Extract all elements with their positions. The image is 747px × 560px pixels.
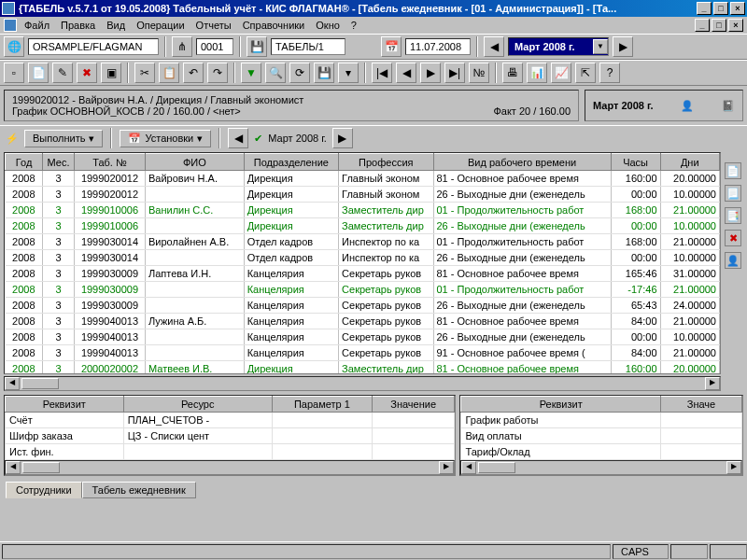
table-row[interactable]: 200831999040013КанцелярияСекретарь руков… (6, 329, 720, 345)
period-prev-button[interactable]: ◀ (484, 36, 504, 57)
cut-icon[interactable]: ✂ (134, 63, 155, 83)
person-icon[interactable]: 👤 (681, 100, 694, 112)
col-header[interactable]: Профессия (339, 154, 433, 171)
date-field[interactable]: 11.07.2008 (405, 38, 471, 55)
chevron-down-icon[interactable]: ▼ (593, 39, 608, 54)
mdi-close[interactable]: × (728, 19, 743, 32)
table-row[interactable]: 200831999010006ДирекцияЗаместитель дир26… (6, 218, 720, 234)
prev-icon[interactable]: ◀ (396, 63, 416, 83)
last-icon[interactable]: ▶| (444, 63, 465, 83)
save-icon[interactable]: 💾 (314, 63, 334, 83)
calendar-icon[interactable]: 📅 (381, 36, 402, 57)
table-row[interactable]: 200831999030014Виролайнен А.В.Отдел кадр… (6, 234, 720, 250)
table-row[interactable]: 200831999030009Лаптева И.Н.КанцелярияСек… (6, 266, 720, 282)
copy2-icon[interactable]: 📑 (725, 207, 741, 224)
next-icon[interactable]: ▶ (420, 63, 441, 83)
maximize-button[interactable]: □ (713, 2, 728, 15)
scroll-left-icon[interactable]: ◀ (5, 377, 20, 390)
table-row[interactable]: 200831999030009КанцелярияСекретарь руков… (6, 282, 720, 298)
menu-Файл[interactable]: Файл (19, 19, 55, 32)
grid-scroll[interactable]: ◀ ▶ (4, 376, 721, 391)
menu-bar: ФайлПравкаВидОперацииОтчетыСправочникиОк… (0, 17, 747, 34)
menu-Операции[interactable]: Операции (131, 19, 190, 32)
undo-icon[interactable]: ↶ (183, 63, 204, 83)
main-grid[interactable]: ГодМес.Таб. №ФИОПодразделениеПрофессияВи… (5, 153, 720, 374)
period-next-button[interactable]: ▶ (613, 36, 633, 57)
menu-Справочники[interactable]: Справочники (237, 19, 311, 32)
redo-icon[interactable]: ↷ (207, 63, 228, 83)
mdi-minimize[interactable]: _ (695, 19, 710, 32)
period-prev-small[interactable]: ◀ (228, 128, 248, 148)
panel-row[interactable]: Ист. фин. (6, 444, 455, 460)
tab-employees[interactable]: Сотрудники (6, 482, 82, 498)
tree-icon[interactable]: ⋔ (172, 36, 192, 57)
col-header[interactable]: Вид рабочего времени (433, 154, 611, 171)
copy-icon[interactable]: 📄 (28, 63, 49, 83)
menu-Правка[interactable]: Правка (55, 19, 101, 32)
first-icon[interactable]: |◀ (372, 63, 392, 83)
mdi-icon[interactable] (4, 19, 17, 32)
sheet-field[interactable]: ТАБЕЛЬ/1 (271, 38, 345, 55)
help-icon[interactable]: ? (599, 63, 620, 83)
menu-Окно[interactable]: Окно (310, 19, 345, 32)
report-icon[interactable]: 📊 (527, 63, 547, 83)
code-field[interactable]: 0001 (196, 38, 233, 55)
doc-icon[interactable]: 📄 (725, 162, 741, 179)
panel-row[interactable]: График работы (461, 413, 742, 428)
refresh-icon[interactable]: ⟳ (289, 63, 310, 83)
run-button[interactable]: Выполнить ▾ (24, 130, 103, 147)
table-row[interactable]: 200831999010006Ванилин С.С.ДирекцияЗамес… (6, 203, 720, 218)
tab-timesheet[interactable]: Табель ежедневник (82, 482, 196, 498)
menu-Отчеты[interactable]: Отчеты (190, 19, 237, 32)
col-header[interactable]: Мес. (43, 154, 75, 171)
settings-button[interactable]: 📅 Установки ▾ (120, 130, 211, 147)
view-icon[interactable]: ▣ (101, 63, 121, 83)
cancel-icon[interactable]: ✖ (725, 230, 741, 246)
period-next-small[interactable]: ▶ (332, 128, 353, 148)
table-row[interactable]: 200831999040013Лужина А.Б.КанцелярияСекр… (6, 314, 720, 329)
new-icon[interactable]: ▫ (4, 63, 24, 83)
db-field[interactable]: ORSAMPLE/FLAGMAN (28, 38, 159, 55)
mdi-maximize[interactable]: □ (712, 19, 726, 32)
col-header[interactable]: Год (6, 154, 43, 171)
minimize-button[interactable]: _ (697, 2, 712, 15)
book-icon[interactable]: 📓 (722, 100, 735, 112)
delete-icon[interactable]: ✖ (77, 63, 97, 83)
goto-icon[interactable]: № (469, 63, 489, 83)
table-row[interactable]: 200831999020012Вайрович Н.А.ДирекцияГлав… (6, 171, 720, 187)
period-combo[interactable]: Март 2008 г. ▼ (508, 37, 609, 56)
scroll-right-icon[interactable]: ▶ (705, 377, 720, 390)
col-header[interactable]: Часы (611, 154, 660, 171)
panel-row[interactable]: СчётПЛАН_СЧЕТОВ - (6, 413, 455, 428)
paste-icon[interactable]: 📋 (159, 63, 179, 83)
menu-Вид[interactable]: Вид (101, 19, 131, 32)
panel-row[interactable]: Тариф/Оклад (461, 444, 742, 460)
close-button[interactable]: × (730, 2, 745, 15)
dropdown-icon[interactable]: ▾ (338, 63, 359, 83)
col-header[interactable]: Таб. № (74, 154, 145, 171)
filter-icon[interactable]: ▼ (241, 63, 261, 83)
edit-icon[interactable]: ✎ (52, 63, 73, 83)
table-row[interactable]: 200831999020012ДирекцияГлавный эконом26 … (6, 187, 720, 203)
export-icon[interactable]: ⇱ (575, 63, 596, 83)
col-header[interactable]: Дни (660, 154, 719, 171)
search-icon[interactable]: 🔍 (265, 63, 286, 83)
period-label: Март 2008 г. (509, 41, 593, 52)
panel-row[interactable]: Вид оплаты (461, 428, 742, 444)
user-icon[interactable]: 👤 (725, 252, 741, 269)
globe-icon[interactable]: 🌐 (4, 36, 24, 57)
disk-icon[interactable]: 💾 (247, 36, 267, 57)
col-header[interactable]: ФИО (146, 154, 245, 171)
table-row[interactable]: 200832000020002Матвеев И.В.ДирекцияЗамес… (6, 361, 720, 375)
chart-icon[interactable]: 📈 (551, 63, 571, 83)
col-header[interactable]: Подразделение (244, 154, 338, 171)
table-row[interactable]: 200831999040013КанцелярияСекретарь руков… (6, 345, 720, 361)
menu-?[interactable]: ? (345, 19, 362, 32)
scroll-thumb[interactable] (21, 378, 59, 389)
table-row[interactable]: 200831999030014Отдел кадровИнспектор по … (6, 250, 720, 266)
table-row[interactable]: 200831999030009КанцелярияСекретарь руков… (6, 298, 720, 314)
panel-row[interactable]: Шифр заказаЦЗ - Списки цент (6, 428, 455, 444)
page-icon[interactable]: 📃 (725, 185, 741, 202)
print-icon[interactable]: 🖶 (502, 63, 523, 83)
employee-line1: 1999020012 - Вайрович Н.А. / Дирекция / … (12, 94, 571, 105)
